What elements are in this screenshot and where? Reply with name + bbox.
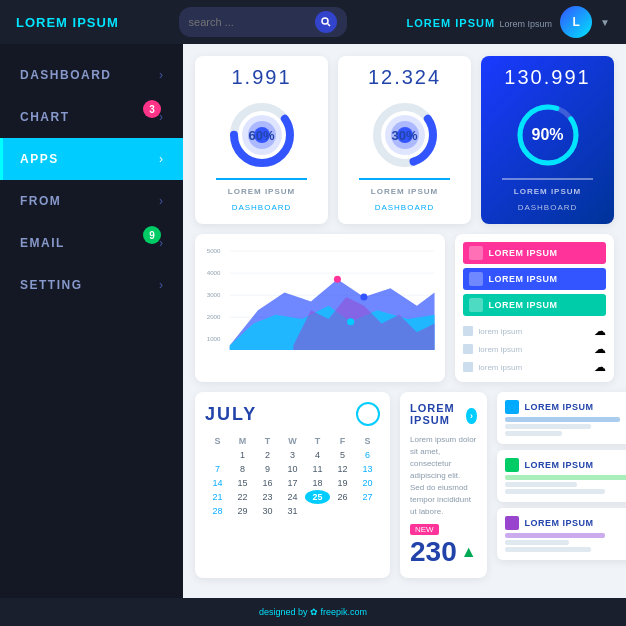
chevron-down-icon[interactable]: ▼ bbox=[600, 17, 610, 28]
legend-sub-1: lorem ipsum ☁ bbox=[463, 324, 606, 338]
calendar-day[interactable]: 7 bbox=[205, 462, 230, 476]
calendar-day[interactable]: 23 bbox=[255, 490, 280, 504]
calendar-day[interactable] bbox=[205, 448, 230, 462]
legend-item-cyan: LOREM IPSUM bbox=[463, 294, 606, 316]
info-card-2: LOREM IPSUM bbox=[497, 450, 626, 502]
calendar-day[interactable]: 9 bbox=[255, 462, 280, 476]
search-button[interactable] bbox=[315, 11, 337, 33]
app-wrapper: LOREM IPSUM LOREM IPSUM Lorem Ipsum L ▼ … bbox=[0, 0, 626, 626]
footer-text: designed by ✿ freepik.com bbox=[259, 607, 367, 617]
legend-label-cyan: LOREM IPSUM bbox=[489, 300, 558, 310]
stat-lorem-3: LOREM IPSUM bbox=[514, 187, 581, 196]
day-header-m: M bbox=[230, 434, 255, 448]
stat-number-3: 130.991 bbox=[504, 66, 590, 89]
calendar-day[interactable]: 10 bbox=[280, 462, 305, 476]
calendar-day[interactable]: 18 bbox=[305, 476, 330, 490]
calendar-day[interactable]: 20 bbox=[355, 476, 380, 490]
legend-card: LOREM IPSUM LOREM IPSUM LOREM IPSUM lore… bbox=[455, 234, 614, 382]
calendar-day[interactable]: 2 bbox=[255, 448, 280, 462]
calendar-day[interactable]: 5 bbox=[330, 448, 355, 462]
chart-badge: 3 bbox=[143, 100, 161, 118]
calendar-day[interactable]: 13 bbox=[355, 462, 380, 476]
calendar-day[interactable] bbox=[305, 504, 330, 518]
calendar-day[interactable]: 14 bbox=[205, 476, 230, 490]
donut-chart-1: 60% bbox=[226, 99, 298, 171]
info-icon[interactable]: › bbox=[466, 408, 476, 424]
calendar-day[interactable] bbox=[355, 504, 380, 518]
sidebar-item-email[interactable]: EMAIL › 9 bbox=[0, 222, 183, 264]
calendar-day[interactable]: 11 bbox=[305, 462, 330, 476]
legend-sub-dot-1 bbox=[463, 326, 473, 336]
sidebar-item-chart[interactable]: CHART › 3 bbox=[0, 96, 183, 138]
info-line-2a bbox=[505, 475, 626, 480]
sidebar-item-dashboard[interactable]: DASHBOARD › bbox=[0, 54, 183, 96]
calendar-day[interactable]: 3 bbox=[280, 448, 305, 462]
cloud-icon-3: ☁ bbox=[594, 360, 606, 374]
number-display: 230 ▲ bbox=[410, 536, 477, 568]
legend-icon-cyan bbox=[469, 298, 483, 312]
svg-text:4000: 4000 bbox=[207, 269, 221, 276]
calendar-day[interactable]: 16 bbox=[255, 476, 280, 490]
calendar-day[interactable]: 24 bbox=[280, 490, 305, 504]
stat-divider-3 bbox=[502, 178, 592, 180]
donut-label-3: 90% bbox=[531, 126, 563, 144]
legend-sub-text-2: lorem ipsum bbox=[479, 345, 523, 354]
legend-sub-2: lorem ipsum ☁ bbox=[463, 342, 606, 356]
day-header-t2: T bbox=[305, 434, 330, 448]
info-card-3: LOREM IPSUM bbox=[497, 508, 626, 560]
calendar-circle bbox=[356, 402, 380, 426]
calendar-day[interactable]: 26 bbox=[330, 490, 355, 504]
sidebar-item-apps[interactable]: APPS › bbox=[0, 138, 183, 180]
svg-text:5000: 5000 bbox=[207, 247, 221, 254]
calendar-day[interactable]: 21 bbox=[205, 490, 230, 504]
sidebar-label-from: FROM bbox=[20, 194, 61, 208]
day-header-t: T bbox=[255, 434, 280, 448]
info-color-1 bbox=[505, 400, 519, 414]
stat-cards-row: 1.991 60% LOREM IPSUM bbox=[195, 56, 614, 224]
footer-brand: ✿ freepik.com bbox=[310, 607, 367, 617]
donut-label-1: 60% bbox=[248, 128, 274, 143]
info-card-1: LOREM IPSUM bbox=[497, 392, 626, 444]
calendar-day[interactable]: 15 bbox=[230, 476, 255, 490]
email-badge: 9 bbox=[143, 226, 161, 244]
legend-sub-dot-3 bbox=[463, 362, 473, 372]
calendar-day[interactable]: 6 bbox=[355, 448, 380, 462]
calendar-day[interactable]: 8 bbox=[230, 462, 255, 476]
calendar-day[interactable]: 29 bbox=[230, 504, 255, 518]
stat-divider-1 bbox=[216, 178, 306, 180]
text-card-title: LOREM IPSUM bbox=[410, 402, 466, 426]
calendar-day[interactable]: 30 bbox=[255, 504, 280, 518]
sidebar-label-email: EMAIL bbox=[20, 236, 65, 250]
search-input[interactable] bbox=[189, 16, 309, 28]
info-line-3b bbox=[505, 540, 570, 545]
calendar-day[interactable]: 12 bbox=[330, 462, 355, 476]
info-line-2c bbox=[505, 489, 606, 494]
calendar-day[interactable]: 31 bbox=[280, 504, 305, 518]
calendar-day[interactable]: 27 bbox=[355, 490, 380, 504]
calendar-day[interactable]: 28 bbox=[205, 504, 230, 518]
search-icon bbox=[321, 17, 331, 27]
info-cards: LOREM IPSUM LOREM IPSUM bbox=[497, 392, 626, 578]
calendar-day[interactable]: 17 bbox=[280, 476, 305, 490]
footer: designed by ✿ freepik.com bbox=[0, 598, 626, 626]
calendar-day[interactable]: 1 bbox=[230, 448, 255, 462]
stat-card-3: 130.991 90% LOREM IPSUM DASHBOARD bbox=[481, 56, 614, 224]
info-title-1: LOREM IPSUM bbox=[525, 402, 594, 412]
calendar-day[interactable]: 25 bbox=[305, 490, 330, 504]
stat-footer-3: LOREM IPSUM DASHBOARD bbox=[514, 187, 581, 214]
calendar-month: JULY bbox=[205, 404, 257, 425]
svg-point-29 bbox=[347, 318, 354, 325]
sidebar-item-from[interactable]: FROM › bbox=[0, 180, 183, 222]
sidebar-item-setting[interactable]: SETTING › bbox=[0, 264, 183, 306]
calendar-day[interactable]: 19 bbox=[330, 476, 355, 490]
info-card-header-1: LOREM IPSUM bbox=[505, 400, 626, 414]
calendar-day[interactable] bbox=[330, 504, 355, 518]
cloud-icon: ☁ bbox=[594, 324, 606, 338]
calendar-day[interactable]: 22 bbox=[230, 490, 255, 504]
info-color-3 bbox=[505, 516, 519, 530]
avatar[interactable]: L bbox=[560, 6, 592, 38]
topbar-search[interactable] bbox=[179, 7, 347, 37]
calendar-day[interactable]: 4 bbox=[305, 448, 330, 462]
svg-text:3000: 3000 bbox=[207, 291, 221, 298]
chevron-right-icon: › bbox=[159, 278, 163, 292]
